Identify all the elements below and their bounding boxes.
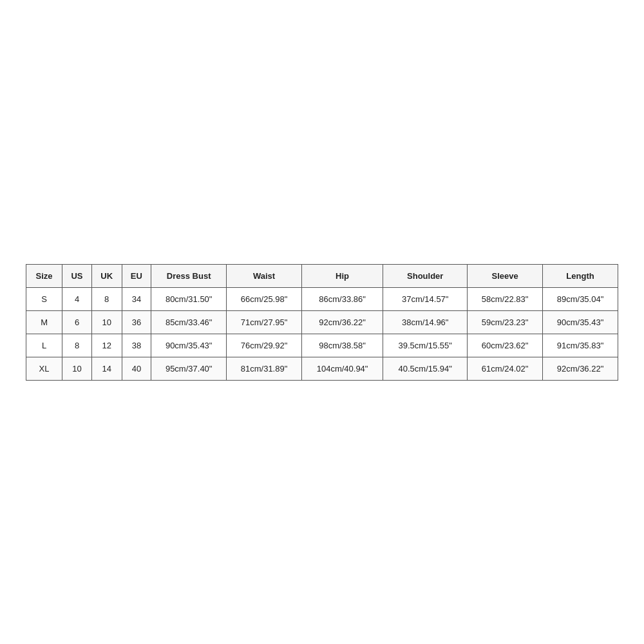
cell-hip: 92cm/36.22" (301, 310, 383, 334)
size-chart-container: Size US UK EU Dress Bust Waist Hip Shoul… (26, 264, 618, 381)
header-size: Size (26, 264, 62, 287)
cell-sleeve: 58cm/22.83" (468, 287, 543, 310)
cell-bust: 80cm/31.50" (151, 287, 227, 310)
cell-sleeve: 60cm/23.62" (468, 334, 543, 357)
table-header-row: Size US UK EU Dress Bust Waist Hip Shoul… (26, 264, 618, 287)
cell-shoulder: 37cm/14.57" (383, 287, 468, 310)
cell-size: XL (26, 357, 62, 380)
cell-uk: 12 (91, 334, 122, 357)
cell-bust: 90cm/35.43" (151, 334, 227, 357)
cell-us: 4 (62, 287, 92, 310)
header-uk: UK (91, 264, 122, 287)
cell-hip: 98cm/38.58" (301, 334, 383, 357)
cell-us: 10 (62, 357, 92, 380)
cell-uk: 8 (91, 287, 122, 310)
cell-bust: 95cm/37.40" (151, 357, 227, 380)
cell-eu: 34 (122, 287, 151, 310)
header-us: US (62, 264, 92, 287)
cell-bust: 85cm/33.46" (151, 310, 227, 334)
cell-waist: 66cm/25.98" (227, 287, 302, 310)
table-row: XL10144095cm/37.40"81cm/31.89"104cm/40.9… (26, 357, 618, 380)
cell-length: 91cm/35.83" (543, 334, 618, 357)
cell-shoulder: 38cm/14.96" (383, 310, 468, 334)
cell-us: 8 (62, 334, 92, 357)
cell-hip: 104cm/40.94" (301, 357, 383, 380)
cell-eu: 36 (122, 310, 151, 334)
cell-size: S (26, 287, 62, 310)
table-row: S483480cm/31.50"66cm/25.98"86cm/33.86"37… (26, 287, 618, 310)
table-row: M6103685cm/33.46"71cm/27.95"92cm/36.22"3… (26, 310, 618, 334)
cell-length: 90cm/35.43" (543, 310, 618, 334)
cell-hip: 86cm/33.86" (301, 287, 383, 310)
size-chart-table: Size US UK EU Dress Bust Waist Hip Shoul… (26, 264, 618, 381)
cell-waist: 76cm/29.92" (227, 334, 302, 357)
cell-size: L (26, 334, 62, 357)
cell-waist: 71cm/27.95" (227, 310, 302, 334)
header-hip: Hip (301, 264, 383, 287)
header-eu: EU (122, 264, 151, 287)
cell-sleeve: 61cm/24.02" (468, 357, 543, 380)
cell-eu: 40 (122, 357, 151, 380)
header-shoulder: Shoulder (383, 264, 468, 287)
cell-length: 89cm/35.04" (543, 287, 618, 310)
table-row: L8123890cm/35.43"76cm/29.92"98cm/38.58"3… (26, 334, 618, 357)
header-sleeve: Sleeve (468, 264, 543, 287)
cell-eu: 38 (122, 334, 151, 357)
cell-shoulder: 40.5cm/15.94" (383, 357, 468, 380)
cell-shoulder: 39.5cm/15.55" (383, 334, 468, 357)
cell-length: 92cm/36.22" (543, 357, 618, 380)
cell-uk: 10 (91, 310, 122, 334)
cell-waist: 81cm/31.89" (227, 357, 302, 380)
header-length: Length (543, 264, 618, 287)
cell-size: M (26, 310, 62, 334)
header-waist: Waist (227, 264, 302, 287)
cell-sleeve: 59cm/23.23" (468, 310, 543, 334)
header-dress-bust: Dress Bust (151, 264, 227, 287)
cell-us: 6 (62, 310, 92, 334)
cell-uk: 14 (91, 357, 122, 380)
